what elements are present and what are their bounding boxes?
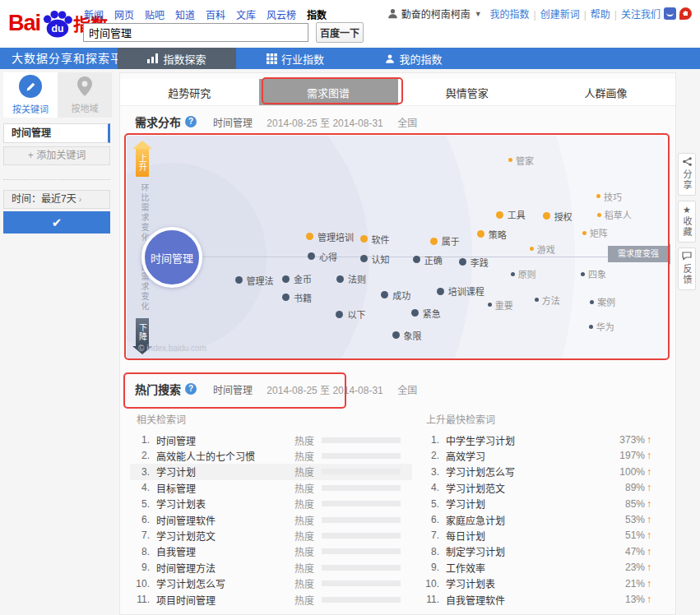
- related-term-row[interactable]: 5.学习计划表热度: [130, 496, 412, 512]
- related-term-row[interactable]: 9.时间管理方法热度: [130, 559, 412, 576]
- chart-point-游戏[interactable]: 游戏: [530, 243, 555, 256]
- user-link[interactable]: 创建新词: [540, 9, 580, 21]
- rising-term-row[interactable]: 9.工作效率23%↑: [420, 559, 666, 576]
- related-term-row[interactable]: 7.学习计划范文热度: [130, 527, 412, 543]
- row-keyword[interactable]: 学习计划: [446, 497, 485, 511]
- rising-term-row[interactable]: 7.每日计划51%↑: [420, 527, 666, 543]
- row-keyword[interactable]: 学习计划范文: [446, 481, 505, 495]
- row-keyword[interactable]: 时间管理方法: [156, 561, 216, 575]
- chart-point-方法[interactable]: 方法: [535, 294, 560, 307]
- 收藏-button[interactable]: ★收藏: [678, 201, 696, 243]
- chart-point-李践[interactable]: 李践: [459, 256, 489, 269]
- related-term-row[interactable]: 11.项目时间管理热度: [130, 591, 412, 608]
- chart-point-工具[interactable]: 工具: [496, 208, 526, 221]
- rising-term-row[interactable]: 8.制定学习计划47%↑: [420, 543, 666, 560]
- row-keyword[interactable]: 时间管理: [156, 433, 196, 447]
- rising-term-row[interactable]: 3.学习计划怎么写100%↑: [420, 464, 666, 480]
- rising-term-row[interactable]: 4.学习计划范文89%↑: [420, 479, 666, 496]
- related-term-row[interactable]: 6.时间管理软件热度: [130, 511, 412, 528]
- top-nav-link[interactable]: 新闻: [84, 10, 104, 21]
- chart-point-以下[interactable]: 以下: [336, 308, 365, 321]
- chart-point-法则[interactable]: 法则: [336, 272, 366, 285]
- chart-point-技巧[interactable]: 技巧: [596, 190, 622, 203]
- tab-趋势研究[interactable]: 趋势研究: [120, 79, 259, 105]
- chart-point-管家[interactable]: 管家: [508, 154, 534, 167]
- row-keyword[interactable]: 中学生学习计划: [446, 433, 515, 447]
- row-keyword[interactable]: 工作效率: [446, 561, 485, 575]
- chart-point-认知[interactable]: 认知: [360, 252, 390, 266]
- chart-point-成功[interactable]: 成功: [381, 289, 410, 302]
- chart-point-培训课程[interactable]: 培训课程: [437, 284, 484, 298]
- 反馈-button[interactable]: 反馈: [678, 247, 696, 290]
- row-keyword[interactable]: 自我管理软件: [446, 593, 505, 607]
- row-keyword[interactable]: 高效学习: [446, 449, 485, 463]
- navbar-tab-行业指数[interactable]: 行业指数: [236, 48, 355, 69]
- tab-by-region[interactable]: 按地域: [58, 72, 112, 118]
- row-keyword[interactable]: 学习计划怎么写: [446, 465, 515, 479]
- chart-point-重要[interactable]: 重要: [488, 298, 513, 312]
- keyword-item[interactable]: 时间管理: [3, 123, 110, 143]
- top-nav-link[interactable]: 知道: [175, 10, 195, 21]
- chart-point-紧急[interactable]: 紧急: [411, 307, 441, 320]
- chart-point-正确[interactable]: 正确: [413, 253, 443, 266]
- top-nav-link[interactable]: 网页: [114, 10, 134, 21]
- related-term-row[interactable]: 1.时间管理热度: [130, 432, 412, 448]
- related-term-row[interactable]: 4.目标管理热度: [130, 479, 412, 496]
- chart-point-稻草人[interactable]: 稻草人: [597, 208, 632, 221]
- chart-point-四象[interactable]: 四象: [581, 267, 606, 280]
- 分享-button[interactable]: 分享: [678, 153, 696, 196]
- row-keyword[interactable]: 高效能人士的七个习惯: [156, 449, 255, 463]
- user-link[interactable]: 关注我们: [621, 9, 661, 21]
- chart-point-案例[interactable]: 案例: [590, 295, 615, 308]
- row-keyword[interactable]: 目标管理: [156, 481, 196, 495]
- chart-point-心得[interactable]: 心得: [308, 250, 337, 263]
- rising-term-row[interactable]: 10.学习计划表21%↑: [420, 576, 666, 592]
- chart-point-金币[interactable]: 金币: [282, 272, 312, 285]
- chart-point-软件[interactable]: 软件: [360, 233, 390, 246]
- related-term-row[interactable]: 2.高效能人士的七个习惯热度: [130, 447, 412, 464]
- row-keyword[interactable]: 学习计划范文: [156, 529, 216, 543]
- chart-point-原则[interactable]: 原则: [511, 267, 536, 280]
- tab-人群画像[interactable]: 人群画像: [536, 79, 675, 105]
- navbar-tab-指数探索[interactable]: 指数探索: [118, 48, 236, 69]
- add-keyword-button[interactable]: + 添加关键词: [3, 146, 110, 165]
- chart-point-书籍[interactable]: 书籍: [282, 291, 312, 304]
- row-keyword[interactable]: 项目时间管理: [156, 593, 216, 607]
- chart-point-管理法[interactable]: 管理法: [235, 274, 274, 287]
- top-nav-link[interactable]: 指数: [307, 10, 327, 21]
- chart-point-策略[interactable]: 策略: [477, 228, 507, 241]
- user-link[interactable]: 我的指数: [490, 9, 530, 21]
- user-name[interactable]: 勤奋的柯南柯南: [401, 7, 471, 21]
- search-button[interactable]: 百度一下: [316, 22, 364, 43]
- row-keyword[interactable]: 学习计划表: [156, 497, 206, 511]
- related-term-row[interactable]: 3.学习计划热度: [130, 464, 412, 480]
- search-input[interactable]: [83, 23, 308, 42]
- row-keyword[interactable]: 每日计划: [446, 529, 485, 543]
- chart-point-华为[interactable]: 华为: [589, 320, 614, 333]
- help-icon[interactable]: ?: [185, 116, 197, 127]
- row-keyword[interactable]: 时间管理软件: [156, 513, 216, 527]
- rising-term-row[interactable]: 11.自我管理软件13%↑: [420, 591, 666, 608]
- row-keyword[interactable]: 制定学习计划: [446, 544, 505, 558]
- chart-point-管理培训[interactable]: 管理培训: [306, 230, 354, 243]
- time-filter[interactable]: 时间：最近7天›: [3, 190, 110, 209]
- chart-point-属于[interactable]: 属于: [430, 234, 460, 247]
- tab-舆情管家[interactable]: 舆情管家: [398, 79, 537, 105]
- weibo-icon[interactable]: [679, 7, 692, 20]
- chart-point-授权[interactable]: 授权: [543, 210, 573, 223]
- top-nav-link[interactable]: 文库: [236, 10, 256, 21]
- tab-需求图谱[interactable]: 需求图谱: [259, 79, 398, 105]
- related-term-row[interactable]: 8.自我管理热度: [130, 543, 412, 560]
- row-keyword[interactable]: 学习计划表: [446, 576, 495, 590]
- tieba-icon[interactable]: [664, 7, 676, 20]
- user-link[interactable]: 帮助: [591, 9, 610, 21]
- related-term-row[interactable]: 10.学习计划怎么写热度: [130, 576, 412, 592]
- row-keyword[interactable]: 学习计划: [156, 465, 196, 479]
- top-nav-link[interactable]: 百科: [206, 10, 225, 21]
- rising-term-row[interactable]: 2.高效学习197%↑: [420, 447, 666, 464]
- rising-term-row[interactable]: 6.家庭应急计划53%↑: [420, 511, 666, 528]
- confirm-button[interactable]: ✔: [3, 211, 110, 234]
- top-nav-link[interactable]: 风云榜: [267, 10, 296, 21]
- row-keyword[interactable]: 家庭应急计划: [446, 513, 505, 527]
- chart-point-矩阵[interactable]: 矩阵: [582, 226, 608, 239]
